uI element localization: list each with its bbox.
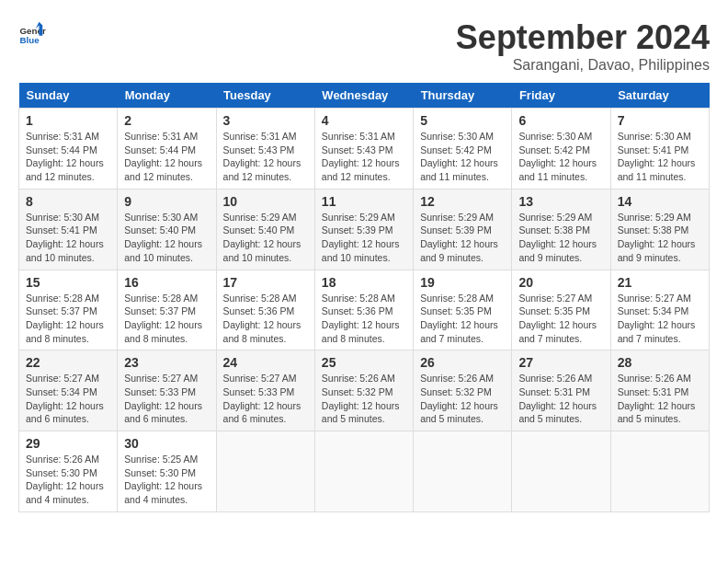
day-number: 24 [223,355,308,370]
logo-icon: General Blue [18,18,46,46]
calendar-cell: 3 Sunrise: 5:31 AMSunset: 5:43 PMDayligh… [216,109,314,190]
weekday-header-sunday: Sunday [19,83,118,109]
calendar-cell: 8 Sunrise: 5:30 AMSunset: 5:41 PMDayligh… [19,189,118,270]
day-number: 8 [26,194,110,209]
day-info: Sunrise: 5:28 AMSunset: 5:35 PMDaylight:… [420,292,505,346]
day-number: 16 [124,275,209,290]
calendar-cell: 12 Sunrise: 5:29 AMSunset: 5:39 PMDaylig… [414,189,512,270]
calendar-cell: 22 Sunrise: 5:27 AMSunset: 5:34 PMDaylig… [19,350,118,431]
day-number: 15 [26,275,110,290]
day-info: Sunrise: 5:28 AMSunset: 5:36 PMDaylight:… [322,292,406,346]
day-info: Sunrise: 5:26 AMSunset: 5:30 PMDaylight:… [26,453,110,507]
day-number: 28 [618,355,702,370]
day-info: Sunrise: 5:28 AMSunset: 5:36 PMDaylight:… [223,292,308,346]
calendar-cell: 10 Sunrise: 5:29 AMSunset: 5:40 PMDaylig… [216,189,314,270]
day-info: Sunrise: 5:26 AMSunset: 5:31 PMDaylight:… [518,372,603,426]
calendar-week-row: 8 Sunrise: 5:30 AMSunset: 5:41 PMDayligh… [19,189,710,270]
day-number: 19 [420,275,505,290]
title-block: September 2024 Sarangani, Davao, Philipp… [456,18,710,74]
calendar-cell: 5 Sunrise: 5:30 AMSunset: 5:42 PMDayligh… [414,109,512,190]
calendar-cell: 29 Sunrise: 5:26 AMSunset: 5:30 PMDaylig… [19,431,118,512]
day-info: Sunrise: 5:27 AMSunset: 5:33 PMDaylight:… [223,372,308,426]
calendar-week-row: 1 Sunrise: 5:31 AMSunset: 5:44 PMDayligh… [19,109,710,190]
calendar-cell: 23 Sunrise: 5:27 AMSunset: 5:33 PMDaylig… [118,350,216,431]
day-info: Sunrise: 5:29 AMSunset: 5:38 PMDaylight:… [518,211,603,265]
day-info: Sunrise: 5:30 AMSunset: 5:42 PMDaylight:… [420,130,505,184]
day-info: Sunrise: 5:27 AMSunset: 5:34 PMDaylight:… [26,372,110,426]
day-number: 2 [124,113,209,128]
calendar-cell [610,431,709,512]
day-info: Sunrise: 5:28 AMSunset: 5:37 PMDaylight:… [124,292,209,346]
weekday-header-monday: Monday [118,83,216,109]
day-number: 27 [518,355,603,370]
day-info: Sunrise: 5:26 AMSunset: 5:32 PMDaylight:… [420,372,505,426]
calendar-cell: 17 Sunrise: 5:28 AMSunset: 5:36 PMDaylig… [216,270,314,350]
calendar-cell: 6 Sunrise: 5:30 AMSunset: 5:42 PMDayligh… [512,109,610,190]
logo: General Blue [18,18,46,46]
day-info: Sunrise: 5:30 AMSunset: 5:41 PMDaylight:… [26,211,110,265]
page-header: General Blue September 2024 Sarangani, D… [18,18,710,74]
day-number: 6 [518,113,603,128]
svg-text:Blue: Blue [20,35,40,45]
day-number: 10 [223,194,308,209]
day-number: 29 [26,436,110,451]
calendar-cell: 24 Sunrise: 5:27 AMSunset: 5:33 PMDaylig… [216,350,314,431]
day-info: Sunrise: 5:31 AMSunset: 5:44 PMDaylight:… [124,130,209,184]
calendar-cell: 30 Sunrise: 5:25 AMSunset: 5:30 PMDaylig… [118,431,216,512]
calendar-cell: 2 Sunrise: 5:31 AMSunset: 5:44 PMDayligh… [118,109,216,190]
day-number: 25 [322,355,406,370]
day-info: Sunrise: 5:25 AMSunset: 5:30 PMDaylight:… [124,453,209,507]
day-info: Sunrise: 5:27 AMSunset: 5:35 PMDaylight:… [518,292,603,346]
calendar-cell [216,431,314,512]
day-info: Sunrise: 5:30 AMSunset: 5:41 PMDaylight:… [618,130,702,184]
calendar-cell: 19 Sunrise: 5:28 AMSunset: 5:35 PMDaylig… [414,270,512,350]
calendar-table: SundayMondayTuesdayWednesdayThursdayFrid… [18,83,710,512]
calendar-cell [414,431,512,512]
calendar-week-row: 22 Sunrise: 5:27 AMSunset: 5:34 PMDaylig… [19,350,710,431]
calendar-cell: 20 Sunrise: 5:27 AMSunset: 5:35 PMDaylig… [512,270,610,350]
day-info: Sunrise: 5:26 AMSunset: 5:32 PMDaylight:… [322,372,406,426]
day-info: Sunrise: 5:27 AMSunset: 5:33 PMDaylight:… [124,372,209,426]
day-number: 30 [124,436,209,451]
calendar-cell: 1 Sunrise: 5:31 AMSunset: 5:44 PMDayligh… [19,109,118,190]
weekday-header-wednesday: Wednesday [314,83,413,109]
day-info: Sunrise: 5:31 AMSunset: 5:43 PMDaylight:… [223,130,308,184]
day-info: Sunrise: 5:27 AMSunset: 5:34 PMDaylight:… [618,292,702,346]
day-number: 13 [518,194,603,209]
calendar-cell: 14 Sunrise: 5:29 AMSunset: 5:38 PMDaylig… [610,189,709,270]
day-number: 14 [618,194,702,209]
calendar-cell: 18 Sunrise: 5:28 AMSunset: 5:36 PMDaylig… [314,270,413,350]
day-number: 18 [322,275,406,290]
day-number: 11 [322,194,406,209]
day-number: 3 [223,113,308,128]
day-info: Sunrise: 5:29 AMSunset: 5:38 PMDaylight:… [618,211,702,265]
day-info: Sunrise: 5:31 AMSunset: 5:43 PMDaylight:… [322,130,406,184]
calendar-cell: 13 Sunrise: 5:29 AMSunset: 5:38 PMDaylig… [512,189,610,270]
calendar-cell: 28 Sunrise: 5:26 AMSunset: 5:31 PMDaylig… [610,350,709,431]
day-number: 21 [618,275,702,290]
day-number: 1 [26,113,110,128]
location: Sarangani, Davao, Philippines [456,57,710,74]
calendar-cell: 7 Sunrise: 5:30 AMSunset: 5:41 PMDayligh… [610,109,709,190]
day-number: 20 [518,275,603,290]
calendar-week-row: 29 Sunrise: 5:26 AMSunset: 5:30 PMDaylig… [19,431,710,512]
calendar-cell [314,431,413,512]
day-info: Sunrise: 5:30 AMSunset: 5:42 PMDaylight:… [518,130,603,184]
day-number: 9 [124,194,209,209]
calendar-cell [512,431,610,512]
calendar-cell: 16 Sunrise: 5:28 AMSunset: 5:37 PMDaylig… [118,270,216,350]
day-info: Sunrise: 5:29 AMSunset: 5:39 PMDaylight:… [420,211,505,265]
day-number: 26 [420,355,505,370]
weekday-header-thursday: Thursday [414,83,512,109]
weekday-header-friday: Friday [512,83,610,109]
day-info: Sunrise: 5:29 AMSunset: 5:39 PMDaylight:… [322,211,406,265]
day-number: 12 [420,194,505,209]
day-info: Sunrise: 5:30 AMSunset: 5:40 PMDaylight:… [124,211,209,265]
calendar-week-row: 15 Sunrise: 5:28 AMSunset: 5:37 PMDaylig… [19,270,710,350]
calendar-cell: 4 Sunrise: 5:31 AMSunset: 5:43 PMDayligh… [314,109,413,190]
day-number: 17 [223,275,308,290]
month-title: September 2024 [456,18,710,57]
day-number: 22 [26,355,110,370]
calendar-cell: 21 Sunrise: 5:27 AMSunset: 5:34 PMDaylig… [610,270,709,350]
weekday-header-row: SundayMondayTuesdayWednesdayThursdayFrid… [19,83,710,109]
